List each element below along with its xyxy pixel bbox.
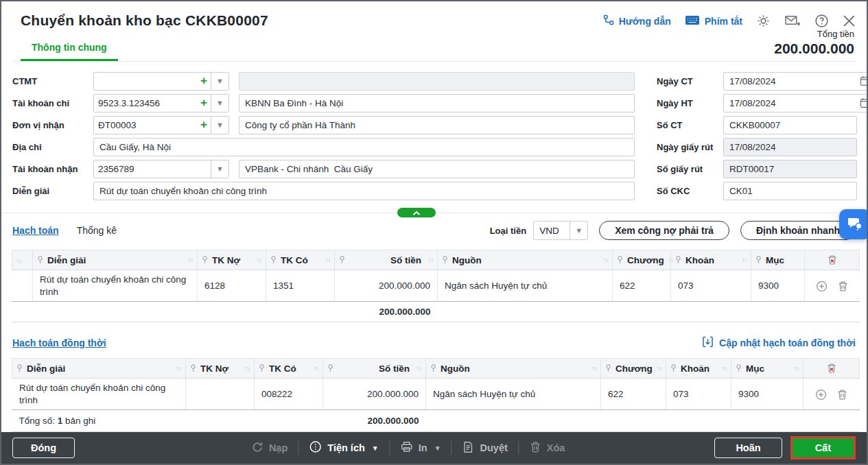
calendar-icon[interactable] — [856, 97, 868, 108]
simultaneous-link[interactable]: Hạch toán đồng thời — [12, 337, 106, 348]
record-count: Tổng số: 1 bản ghi — [12, 410, 323, 432]
chevron-down-icon[interactable]: ▼ — [211, 95, 228, 112]
tab-hach-toan[interactable]: Hạch toán — [12, 225, 59, 236]
tai-khoan-chi-input[interactable] — [94, 95, 197, 112]
tai-khoan-nhan-combo: ▼ — [93, 160, 229, 178]
reload-button[interactable]: Nạp — [251, 441, 288, 455]
ctmt-input[interactable] — [94, 73, 197, 90]
col-header-so-tien[interactable]: Số tiền↑↓ — [323, 359, 426, 379]
cell-tk-co[interactable]: 008222 — [255, 379, 323, 410]
sort-icon: ↑↓ — [603, 257, 608, 263]
col-header-muc[interactable]: Mục↑↓ — [731, 359, 804, 379]
sort-icon: ↑↓ — [325, 257, 330, 263]
cell-nguon[interactable]: Ngân sách Huyện tự chủ — [438, 270, 613, 302]
so-ckc-input[interactable] — [724, 186, 856, 196]
row-delete-icon[interactable] — [837, 281, 849, 292]
cell-tk-co[interactable]: 1351 — [266, 270, 335, 302]
detail-tabs-bar: Hạch toán Thống kê Loại tiền VND ▼ Xem c… — [1, 213, 867, 246]
view-payables-button[interactable]: Xem công nợ phải trả — [599, 221, 729, 240]
col-header-chuong[interactable]: Chương↑↓ — [613, 250, 671, 270]
cell-tk-no[interactable] — [186, 379, 255, 410]
cell-khoan[interactable]: 073 — [671, 270, 751, 302]
update-simultaneous-link[interactable]: Cập nhật hạch toán đồng thời — [702, 336, 856, 350]
sort-icon: ↑↓ — [176, 365, 181, 372]
col-header-muc[interactable]: Mục — [751, 250, 805, 270]
utilities-button[interactable]: Tiện ích ▼ — [309, 440, 378, 455]
chevron-down-icon[interactable]: ▼ — [211, 73, 228, 90]
cell-nguon[interactable]: Ngân sách Huyện tự chủ — [426, 379, 601, 410]
chat-icon — [846, 215, 864, 234]
cell-dien-giai[interactable]: Rút dự toán chuyển khoản chi công trình — [12, 379, 186, 410]
add-icon[interactable]: + — [197, 95, 211, 112]
cell-muc[interactable]: 9300 — [731, 379, 804, 410]
table1-total-row: 200.000.000 — [12, 302, 860, 322]
tai-khoan-chi-desc-input[interactable] — [239, 95, 634, 112]
quick-entry-button[interactable]: Định khoản nhanh — [740, 221, 856, 240]
close-button[interactable]: Đóng — [12, 438, 75, 458]
row-add-icon[interactable] — [816, 281, 828, 292]
guide-link[interactable]: Hướng dẫn — [603, 14, 671, 27]
postpone-button[interactable]: Hoãn — [714, 438, 782, 458]
gear-icon[interactable] — [756, 14, 771, 28]
print-button[interactable]: In ▼ — [400, 440, 441, 455]
so-giay-rut-field — [723, 160, 857, 178]
col-header-dien-giai[interactable]: Diễn giải↑↓ — [33, 250, 198, 270]
tai-khoan-nhan-input[interactable] — [94, 160, 211, 178]
col-header-index[interactable]: ↑↓ — [12, 250, 33, 270]
col-header-tk-no[interactable]: TK Nợ↑↓ — [198, 250, 266, 270]
col-header-chuong[interactable]: Chương↑↓ — [601, 359, 666, 379]
row-add-icon[interactable] — [815, 389, 827, 401]
pin-icon — [755, 256, 762, 264]
add-icon[interactable]: + — [197, 117, 211, 134]
add-icon[interactable]: + — [197, 73, 211, 90]
cell-khoan[interactable]: 073 — [666, 379, 731, 410]
cell-dien-giai[interactable]: Rút dự toán chuyển khoản chi công trình — [33, 270, 198, 302]
col-header-nguon[interactable]: Nguồn↑↓ — [438, 250, 613, 270]
field-label-so-giay-rut: Số giấy rút — [657, 164, 723, 174]
col-header-delete[interactable] — [805, 250, 860, 270]
currency-select[interactable]: VND ▼ — [533, 221, 588, 240]
cell-chuong[interactable]: 622 — [613, 270, 671, 302]
calendar-icon[interactable] — [856, 75, 868, 86]
help-icon[interactable] — [814, 14, 829, 28]
dien-giai-input[interactable] — [94, 182, 634, 200]
chevron-down-icon[interactable]: ▼ — [211, 117, 228, 134]
table-row[interactable]: Rút dự toán chuyển khoản chi công trình … — [12, 270, 860, 302]
save-button[interactable]: Cất — [793, 438, 854, 457]
col-header-tk-co[interactable]: TK Có↑↓ — [255, 359, 323, 379]
chat-support-button[interactable] — [839, 209, 868, 239]
cell-chuong[interactable]: 622 — [601, 379, 666, 410]
cell-so-tien[interactable]: 200.000.000 — [335, 270, 438, 302]
tab-thong-ke[interactable]: Thống kê — [77, 225, 117, 236]
sort-icon: ↑↓ — [417, 365, 421, 372]
cell-so-tien[interactable]: 200.000.000 — [323, 379, 426, 410]
so-ct-input[interactable] — [724, 120, 856, 130]
chevron-down-icon[interactable]: ▼ — [211, 160, 228, 178]
col-header-tk-co[interactable]: TK Có↑↓ — [266, 250, 335, 270]
col-header-so-tien[interactable]: Số tiền↑↓ — [335, 250, 438, 270]
collapse-form-button[interactable] — [397, 208, 436, 217]
tab-thong-tin-chung[interactable]: Thông tin chung — [21, 34, 118, 61]
col-header-khoan[interactable]: Khoản↑↓ — [671, 250, 751, 270]
approve-button[interactable]: Duyệt — [462, 441, 508, 455]
col-header-nguon[interactable]: Nguồn↑↓ — [426, 359, 601, 379]
shortcut-link[interactable]: Phím tắt — [685, 15, 742, 27]
mail-icon[interactable] — [784, 14, 801, 27]
col-header-delete[interactable] — [804, 359, 860, 379]
col-header-dien-giai[interactable]: Diễn giải↑↓ — [12, 359, 186, 379]
tai-khoan-nhan-desc-input[interactable] — [239, 160, 634, 178]
table-row[interactable]: Rút dự toán chuyển khoản chi công trình … — [12, 379, 860, 410]
don-vi-nhan-input[interactable] — [94, 117, 197, 134]
dia-chi-input[interactable] — [94, 139, 634, 156]
close-icon[interactable] — [843, 14, 856, 27]
col-header-khoan[interactable]: Khoản↑↓ — [666, 359, 731, 379]
col-header-tk-no[interactable]: TK Nợ↑↓ — [186, 359, 255, 379]
cell-muc[interactable]: 9300 — [751, 270, 805, 302]
cell-tk-no[interactable]: 6128 — [198, 270, 266, 302]
don-vi-nhan-desc-input[interactable] — [239, 117, 634, 134]
delete-button[interactable]: Xóa — [529, 441, 565, 455]
ngay-ct-input[interactable] — [724, 76, 856, 86]
cell-index — [12, 270, 33, 302]
ngay-ht-input[interactable] — [724, 98, 856, 108]
row-delete-icon[interactable] — [836, 389, 848, 401]
